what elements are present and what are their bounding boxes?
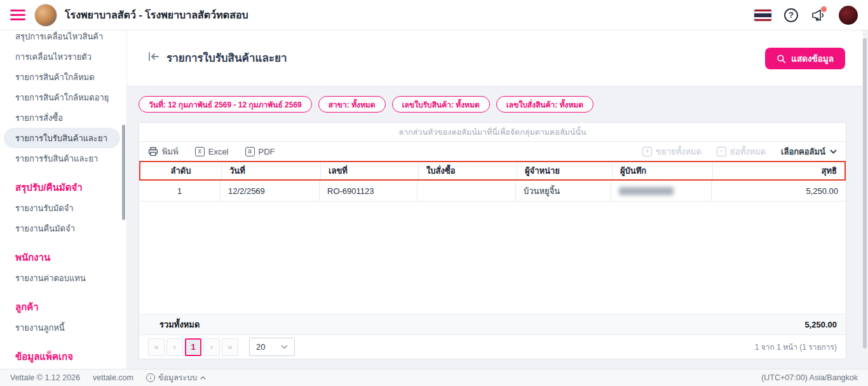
filter-chip-date[interactable]: วันที่: 12 กุมภาพันธ์ 2569 - 12 กุมภาพัน… [139, 96, 312, 113]
grid-toolbar: พิมพ์ x Excel a PDF + ขยายทั้งหมด − ย่อท… [139, 142, 846, 161]
menu-icon[interactable] [10, 10, 25, 20]
system-info-toggle[interactable]: i ข้อมูลระบบ [146, 371, 206, 384]
filter-chip-branch[interactable]: สาขา: ทั้งหมด [318, 96, 386, 113]
prev-page-button[interactable]: ‹ [166, 338, 183, 356]
recorder-redacted-text [619, 187, 674, 195]
column-header-recorder[interactable]: ผู้บันทึก [612, 162, 712, 179]
print-label: พิมพ์ [162, 145, 179, 158]
chevron-down-icon [281, 345, 288, 349]
last-page-button[interactable]: » [222, 338, 238, 356]
show-data-label: แสดงข้อมูล [791, 52, 834, 65]
sidebar: สรุปการเคลื่อนไหวสินค้า การเคลื่อนไหวราย… [0, 31, 127, 369]
summary-net-total: 5,250.00 [804, 320, 846, 329]
filter-chip-order-no[interactable]: เลขใบสั่งสินค้า: ทั้งหมด [496, 96, 593, 113]
main-scrollbar-thumb[interactable] [863, 38, 867, 348]
main-content: รายการใบรับสินค้าและยา แสดงข้อมูล วันที่… [127, 31, 868, 369]
pdf-icon: a [245, 147, 255, 156]
sidebar-item-debtor-report[interactable]: รายงานลูกหนี้ [0, 317, 126, 338]
notification-dot [821, 6, 827, 12]
export-pdf-button[interactable]: a PDF [245, 147, 275, 156]
page-size-select[interactable]: 20 [249, 338, 295, 356]
announcements-icon[interactable] [811, 8, 826, 23]
topbar: โรงพยาบาลสัตว์ - โรงพยาบาลสัตว์ทดสอบ ? [0, 0, 868, 31]
page-number-button[interactable]: 1 [185, 338, 201, 356]
cell-vendor: บ้วนหยูจิ้น [515, 181, 611, 201]
clinic-avatar[interactable] [34, 4, 57, 27]
cell-recorder [611, 181, 711, 201]
main-scrollbar[interactable] [862, 31, 868, 369]
column-header-seq[interactable]: ลำดับ [140, 162, 221, 179]
filter-chips: วันที่: 12 กุมภาพันธ์ 2569 - 12 กุมภาพัน… [139, 96, 868, 113]
sidebar-item-stock-movement-summary[interactable]: สรุปการเคลื่อนไหวสินค้า [0, 31, 126, 46]
sidebar-section-customers: ลูกค้า [0, 297, 126, 317]
page-info: 1 จาก 1 หน้า (1 รายการ) [755, 341, 837, 353]
collapse-sidebar-icon[interactable] [147, 51, 160, 65]
cell-seq: 1 [139, 181, 220, 201]
sidebar-section-staff: พนักงาน [0, 247, 126, 268]
column-header-net[interactable]: สุทธิ [712, 162, 844, 179]
language-thai-flag-icon[interactable] [754, 10, 771, 21]
sidebar-item-deposit-received-report[interactable]: รายงานรับมัดจำ [0, 198, 126, 218]
grid-header-row: ลำดับ วันที่ เลขที่ ใบสั่งซื้อ ผู้จำหน่า… [139, 161, 846, 181]
sidebar-scrollbar-thumb[interactable] [122, 125, 125, 220]
info-icon: i [146, 373, 155, 382]
timezone-text: (UTC+07:00) Asia/Bangkok [761, 373, 858, 382]
column-chooser-button[interactable]: เลือกคอลัมน์ [781, 145, 837, 158]
system-info-label: ข้อมูลระบบ [158, 371, 197, 384]
filter-chip-receipt-no[interactable]: เลขใบรับสินค้า: ทั้งหมด [392, 96, 490, 113]
print-icon [148, 147, 158, 156]
site-link[interactable]: vettale.com [93, 373, 133, 382]
grid-empty-area [139, 202, 846, 314]
column-header-purchase-order[interactable]: ใบสั่งซื้อ [418, 162, 517, 179]
cell-date: 12/2/2569 [220, 181, 319, 201]
sidebar-item-deposit-returned-report[interactable]: รายงานคืนมัดจำ [0, 218, 126, 238]
cell-purchase-order [417, 181, 515, 201]
excel-label: Excel [208, 147, 229, 156]
sidebar-item-compensation-report[interactable]: รายงานค่าตอบแทน [0, 268, 126, 288]
cell-doc-no: RO-6901123 [319, 181, 417, 201]
page-size-value: 20 [256, 342, 265, 352]
column-header-vendor[interactable]: ผู้จำหน่าย [517, 162, 612, 179]
excel-icon: x [195, 147, 205, 156]
export-excel-button[interactable]: x Excel [195, 147, 229, 156]
page-title: รายการใบรับสินค้าและยา [166, 49, 287, 66]
app-title: โรงพยาบาลสัตว์ - โรงพยาบาลสัตว์ทดสอบ [65, 7, 248, 23]
expand-all-label: ขยายทั้งหมด [656, 145, 702, 158]
column-chooser-label: เลือกคอลัมน์ [781, 145, 825, 158]
sidebar-item-low-stock[interactable]: รายการสินค้าใกล้หมด [0, 67, 126, 87]
status-bar: Vettale © 1.12 2026 vettale.com i ข้อมูล… [0, 369, 868, 386]
user-avatar[interactable] [839, 6, 858, 25]
sidebar-item-goods-receipt-list[interactable]: รายการใบรับสินค้าและยา [4, 128, 120, 148]
chevron-up-icon [200, 376, 206, 380]
column-header-doc-no[interactable]: เลขที่ [320, 162, 418, 179]
cell-net: 5,250.00 [711, 181, 846, 201]
data-grid: ลากส่วนหัวของคอลัมน์มาที่นี่เพื่อจัดกลุ่… [139, 122, 846, 359]
first-page-button[interactable]: « [148, 338, 165, 356]
chevron-down-icon [830, 149, 837, 154]
sidebar-section-deposit: สรุปรับ/คืนมัดจำ [0, 177, 126, 198]
expand-all-icon: + [642, 147, 652, 156]
summary-row: รวมทั้งหมด 5,250.00 [139, 314, 846, 334]
collapse-all-label: ย่อทั้งหมด [730, 145, 766, 158]
sidebar-section-packages: ข้อมูลแพ็คเกจ [0, 347, 126, 367]
group-by-panel[interactable]: ลากส่วนหัวของคอลัมน์มาที่นี่เพื่อจัดกลุ่… [139, 123, 846, 142]
print-button[interactable]: พิมพ์ [148, 145, 179, 158]
table-row[interactable]: 1 12/2/2569 RO-6901123 บ้วนหยูจิ้น 5,250… [139, 181, 846, 202]
summary-label: รวมทั้งหมด [139, 318, 200, 331]
pdf-label: PDF [259, 147, 275, 156]
collapse-all-icon: − [717, 147, 726, 156]
copyright-text: Vettale © 1.12 2026 [10, 373, 80, 382]
search-icon [776, 54, 786, 64]
help-icon[interactable]: ? [784, 8, 798, 22]
show-data-button[interactable]: แสดงข้อมูล [765, 48, 845, 69]
page-header: รายการใบรับสินค้าและยา แสดงข้อมูล [127, 31, 868, 86]
collapse-all-button[interactable]: − ย่อทั้งหมด [717, 145, 766, 158]
column-header-date[interactable]: วันที่ [221, 162, 320, 179]
sidebar-item-purchase-orders[interactable]: รายการสั่งซื้อ [0, 107, 126, 128]
sidebar-item-near-expiry[interactable]: รายการสินค้าใกล้หมดอายุ [0, 87, 126, 107]
next-page-button[interactable]: › [203, 338, 220, 356]
pagination-bar: « ‹ 1 › » 20 1 จาก 1 หน้า (1 รายการ) [139, 334, 846, 359]
sidebar-item-item-movement[interactable]: การเคลื่อนไหวรายตัว [0, 46, 126, 67]
expand-all-button[interactable]: + ขยายทั้งหมด [642, 145, 702, 158]
sidebar-item-goods-received[interactable]: รายการรับสินค้าและยา [0, 148, 126, 169]
